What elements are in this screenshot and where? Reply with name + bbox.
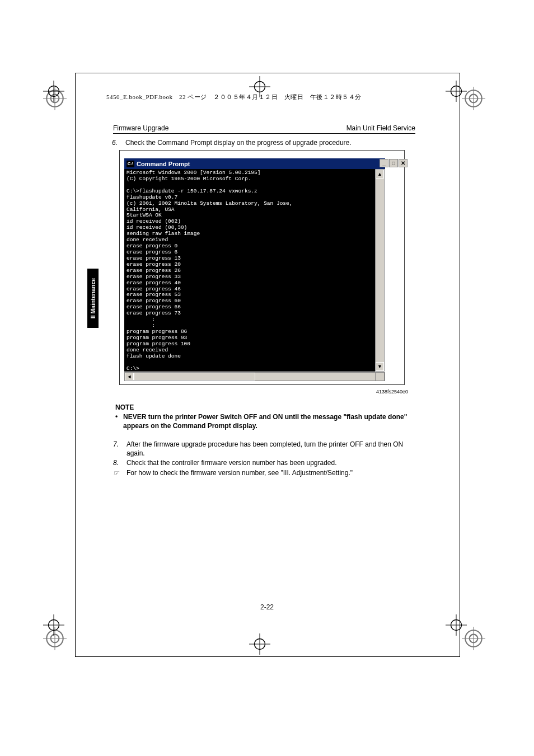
vertical-scrollbar[interactable]: ▲ ▼: [375, 169, 385, 372]
scroll-thumb[interactable]: [134, 373, 255, 381]
crop-mark: [43, 614, 64, 636]
crop-mark: [43, 81, 64, 102]
scroll-down-button[interactable]: ▼: [376, 362, 384, 371]
scroll-left-button[interactable]: ◄: [125, 373, 134, 381]
scroll-up-button[interactable]: ▲: [376, 170, 384, 179]
note-title: NOTE: [115, 403, 418, 411]
close-button[interactable]: ✕: [399, 159, 407, 167]
horizontal-scrollbar[interactable]: ◄ ►: [124, 372, 385, 381]
resize-grip[interactable]: [375, 372, 385, 381]
step-8: 8. Check that the controller firmware ve…: [113, 458, 415, 467]
crop-mark: [446, 81, 467, 102]
crop-mark: [249, 633, 270, 655]
step-number: 8.: [113, 458, 127, 467]
step-text: After the firmware upgrade procedure has…: [127, 440, 415, 458]
header-left: Firmware Upgrade: [113, 124, 168, 132]
crop-mark: [446, 614, 467, 636]
window-controls: _ □ ✕: [380, 159, 407, 167]
page-header: Firmware Upgrade Main Unit Field Service: [113, 124, 415, 134]
step-ref: ☞ For how to check the firmware version …: [113, 468, 415, 477]
figure-label: 4138fs2540e0: [376, 389, 408, 395]
step-number: 7.: [113, 440, 127, 458]
header-right: Main Unit Field Service: [346, 124, 415, 132]
section-tab: II Maintenance: [87, 269, 99, 328]
window-title: Command Prompt: [137, 161, 190, 167]
note-text: NEVER turn the printer Power Switch OFF …: [123, 412, 418, 430]
pointer-icon: ☞: [113, 468, 127, 477]
step-text: For how to check the firmware version nu…: [127, 468, 415, 477]
section-tab-label: II Maintenance: [90, 278, 96, 318]
note-block: NOTE • NEVER turn the printer Power Swit…: [115, 403, 418, 430]
step-text: Check the Command Prompt display on the …: [125, 139, 352, 147]
window-titlebar[interactable]: C:\ Command Prompt: [124, 158, 385, 169]
step-7: 7. After the firmware upgrade procedure …: [113, 440, 415, 458]
steps-list: 7. After the firmware upgrade procedure …: [113, 440, 415, 478]
step-6: 6. Check the Command Prompt display on t…: [112, 139, 414, 147]
step-number: 6.: [112, 139, 125, 147]
bullet-icon: •: [115, 412, 123, 430]
minimize-button[interactable]: _: [380, 159, 388, 167]
maximize-button[interactable]: □: [389, 159, 398, 167]
page-number: 2-22: [0, 603, 534, 611]
command-prompt-output[interactable]: Microsoft Windows 2000 [Version 5.00.219…: [124, 169, 375, 372]
step-text: Check that the controller firmware versi…: [127, 458, 415, 467]
cmd-icon: C:\: [127, 161, 134, 167]
book-meta-header: 5450_E.book_PDF.book 22 ページ ２００５年４月１２日 火…: [106, 93, 362, 101]
